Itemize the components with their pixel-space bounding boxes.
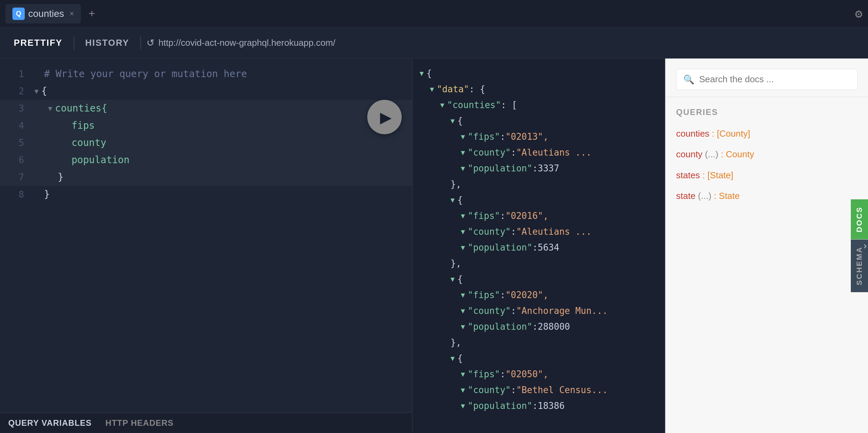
collapse-tri[interactable]: ▼ [461,160,465,176]
docs-item[interactable]: county (...) : County [676,148,858,160]
json-key: "population" [468,319,532,335]
tab-close-button[interactable]: × [69,9,74,18]
collapse-arrow[interactable]: ▼ [48,100,52,117]
line-content: fips [72,117,95,134]
result-line: ▼{ [420,350,658,366]
line-content: counties{ [55,100,107,117]
json-brace: { [457,192,463,208]
collapse-tri[interactable]: ▼ [461,382,465,398]
collapse-tri[interactable]: ▼ [451,192,455,208]
result-line: ▼"population": 18386 [420,398,658,414]
json-value: "02013", [506,129,549,145]
collapse-tri[interactable]: ▼ [461,208,465,224]
json-key: "fips" [468,208,500,224]
result-line: ▼"county": "Anchorage Mun... [420,303,658,319]
query-variables-tab[interactable]: QUERY VARIABLES [8,418,92,428]
url-text: http://covid-act-now-graphql.herokuapp.c… [159,38,336,48]
collapse-tri[interactable]: ▼ [461,145,465,160]
json-value: "02016", [506,208,549,224]
docs-item-type: : [County] [712,128,750,139]
http-headers-tab[interactable]: HTTP HEADERS [106,418,174,428]
line-number: 3 [7,100,24,117]
editor-line: 8 } [0,186,412,203]
collapse-tri[interactable]: ▼ [461,366,465,382]
json-value: "Bethel Census... [516,382,608,398]
collapse-tri[interactable]: ▼ [461,303,465,319]
json-value: "Anchorage Mun... [516,303,608,319]
docs-body: QUERIES counties : [County] county (...)… [666,97,868,433]
prettify-button[interactable]: PRETTIFY [8,35,68,51]
docs-tab[interactable]: DOCS [851,200,868,240]
json-key: "fips" [468,366,500,382]
docs-item-name: county [676,149,703,159]
json-key: "counties" [447,97,501,113]
search-input[interactable] [699,74,850,85]
json-key: "population" [468,240,532,255]
refresh-icon[interactable]: ↺ [147,37,154,49]
toolbar: PRETTIFY HISTORY ↺ http://covid-act-now-… [0,28,868,59]
line-content: population [72,151,130,169]
result-line: ▼"fips": "02050", [420,366,658,382]
bottom-bar: QUERY VARIABLES HTTP HEADERS [0,412,412,433]
result-line: ▼{ [420,192,658,208]
json-brace: : [ [501,97,517,113]
docs-item[interactable]: counties : [County] [676,127,858,140]
run-button[interactable]: ▶ [367,100,402,134]
line-number: 2 [7,83,24,100]
docs-item-name: state [676,191,695,201]
collapse-tri[interactable]: ▼ [420,65,424,81]
collapse-tri[interactable]: ▼ [461,287,465,303]
docs-item-paren: (...) [698,191,712,201]
json-key: "county" [468,303,511,319]
line-content: } [44,186,50,203]
line-number: 1 [7,65,24,83]
result-line: ▼"county": "Aleutians ... [420,224,658,240]
result-line: ▼"fips": "02016", [420,208,658,224]
collapse-tri[interactable]: ▼ [461,240,465,255]
json-value: 5634 [538,240,560,255]
line-content: } [58,169,64,186]
collapse-tri[interactable]: ▼ [461,129,465,145]
collapse-tri[interactable]: ▼ [461,398,465,414]
collapse-tri[interactable]: ▼ [451,113,455,129]
editor-line: 1 # Write your query or mutation here [0,65,412,83]
play-icon: ▶ [380,108,392,126]
json-value: "02050", [506,366,549,382]
result-line: }, [420,176,658,192]
docs-expand-arrow[interactable]: › [862,240,868,252]
collapse-tri[interactable]: ▼ [461,319,465,335]
json-brace: { [426,65,432,81]
docs-item[interactable]: state (...) : State [676,190,858,202]
json-brace: }, [451,255,461,271]
editor-line: 7 } [0,169,412,186]
search-box[interactable]: 🔍 [676,69,858,90]
line-content: county [72,134,106,151]
new-tab-button[interactable]: + [84,6,100,22]
collapse-tri[interactable]: ▼ [430,81,434,97]
result-line: ▼"county": "Bethel Census... [420,382,658,398]
docs-item[interactable]: states : [State] [676,169,858,181]
json-value: "Aleutians ... [516,145,592,160]
result-line: ▼"counties": [ [420,97,658,113]
result-line: ▼"fips": "02013", [420,129,658,145]
editor-content[interactable]: 1 # Write your query or mutation here 2 … [0,59,412,412]
collapse-arrow[interactable]: ▼ [34,83,39,100]
collapse-tri[interactable]: ▼ [440,97,444,113]
tab-counties[interactable]: Q counties × [6,4,81,23]
result-line: ▼"county": "Aleutians ... [420,145,658,160]
result-line: }, [420,335,658,350]
collapse-tri[interactable]: ▼ [451,271,455,287]
settings-icon[interactable]: ⚙ [855,7,862,21]
history-button[interactable]: HISTORY [80,35,135,51]
editor-line: 2 ▼ { [0,83,412,100]
tab-bar: Q counties × + ⚙ [0,0,868,28]
collapse-tri[interactable]: ▼ [461,224,465,240]
editor-line: 6 population [0,151,412,169]
editor-line: 5 county [0,134,412,151]
line-number: 7 [7,169,24,186]
collapse-tri[interactable]: ▼ [451,350,455,366]
json-key: "data" [437,81,469,97]
json-key: "county" [468,224,511,240]
toolbar-divider-2 [140,36,141,50]
json-key: "fips" [468,129,500,145]
